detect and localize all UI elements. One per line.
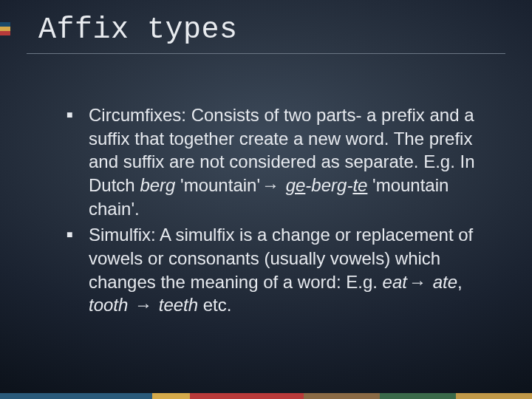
example-tgt: teeth [154, 295, 198, 315]
example-tgt: ate [428, 272, 457, 292]
arrow-icon: → [407, 270, 428, 294]
footer-bar [456, 393, 532, 399]
accent-stripe-left [0, 22, 10, 35]
footer-bar [304, 393, 380, 399]
example-gloss: 'mountain' [175, 175, 260, 195]
term: Simulfix [89, 225, 151, 245]
separator: , [457, 272, 463, 292]
slide-title: Affix types [38, 13, 238, 47]
example-src: eat [383, 272, 407, 292]
slide-body: Circumfixes: Consists of two parts- a pr… [66, 103, 488, 320]
bullet-simulfix: Simulfix: A simulfix is a change or repl… [66, 223, 488, 317]
bullet-circumfixes: Circumfixes: Consists of two parts- a pr… [66, 103, 488, 220]
example-target-mid: -berg- [305, 175, 352, 195]
footer-bar [380, 393, 456, 399]
example-target-prefix: ge [286, 175, 306, 195]
footer-accent-bars [0, 393, 532, 399]
example-source: berg [140, 175, 175, 195]
arrow-icon: → [260, 174, 281, 197]
term: Circumfixes [89, 105, 181, 125]
accent-bar [0, 31, 10, 35]
example-target-suffix: te [352, 175, 367, 195]
footer-bar [0, 393, 152, 399]
example-src: tooth [89, 295, 133, 315]
title-underline [27, 53, 505, 54]
footer-bar [190, 393, 304, 399]
tail-text: etc. [198, 295, 231, 315]
arrow-icon: → [133, 293, 154, 317]
footer-bar [152, 393, 190, 399]
